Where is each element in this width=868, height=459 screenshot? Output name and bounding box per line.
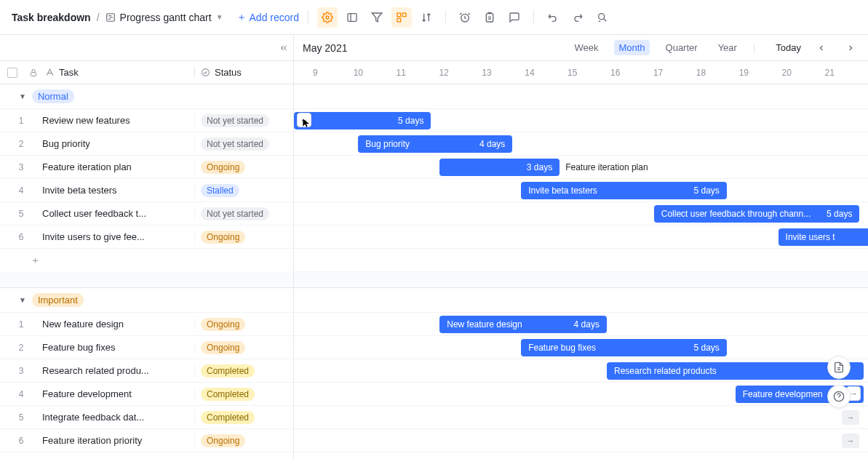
task-cell: Invite beta testers (42, 185, 194, 196)
status-cell: Not yet started (194, 114, 293, 127)
divider (445, 10, 446, 25)
gantt-bar[interactable]: Collect user feedback through chann...5 … (654, 205, 860, 223)
group-header[interactable]: ▼Normal (0, 84, 293, 109)
group-header[interactable]: ▼Important (0, 288, 293, 313)
table-row[interactable]: 6Feature iteration priorityOngoing (0, 429, 293, 452)
collapse-left-panel-button[interactable] (279, 43, 289, 53)
table-row[interactable]: 6Invite users to give fee...Ongoing (0, 225, 293, 249)
table-row[interactable]: 4Invite beta testersStalled (0, 179, 293, 202)
gantt-group-row (294, 84, 868, 109)
day-header: 11 (380, 68, 423, 78)
gantt-bar[interactable]: New feature design4 days (439, 316, 607, 333)
svg-point-13 (599, 13, 605, 19)
task-cell: Feature development (42, 388, 194, 399)
gantt-area: a5 days←Bug priority4 days3 daysFeature … (294, 84, 868, 459)
select-all[interactable] (0, 68, 25, 78)
right-panel: a5 days←Bug priority4 days3 daysFeature … (294, 84, 868, 459)
scale-quarter[interactable]: Quarter (661, 40, 702, 55)
today-button[interactable]: Today (776, 42, 801, 53)
settings-button[interactable] (317, 7, 338, 28)
comment-button[interactable] (504, 7, 525, 28)
add-record-button[interactable]: ＋ Add record (236, 11, 299, 24)
scale-year[interactable]: Year (714, 40, 741, 55)
row-number: 1 (0, 319, 42, 330)
table-row[interactable]: 1New feature designOngoing (0, 313, 293, 336)
table-row[interactable]: 2Bug priorityNot yet started (0, 132, 293, 156)
table-row[interactable]: 4Feature developmentCompleted (0, 383, 293, 406)
lock-icon (25, 68, 42, 77)
doc-float-button[interactable] (827, 356, 851, 379)
sort-button[interactable] (416, 7, 437, 28)
scroll-to-bar-button[interactable]: → (842, 434, 859, 448)
filter-button[interactable] (367, 7, 387, 28)
group-button[interactable] (391, 7, 412, 28)
svg-line-14 (604, 18, 607, 21)
task-column-header[interactable]: Task (42, 67, 194, 78)
table-row[interactable]: 5Integrate feedback dat...Completed (0, 406, 293, 429)
scroll-to-bar-button[interactable]: → (842, 410, 859, 425)
row-number: 2 (0, 343, 42, 353)
gantt-bar[interactable]: Invite beta testers5 days (521, 182, 727, 199)
row-number: 4 (0, 185, 42, 196)
gantt-row: Invite users t→ (294, 225, 868, 249)
day-header: 21 (808, 68, 851, 78)
column-headers: Task Status (0, 60, 293, 84)
status-pill: Completed (201, 411, 255, 424)
undo-button[interactable] (543, 7, 563, 28)
redo-button[interactable] (568, 7, 588, 28)
svg-point-17 (202, 69, 210, 76)
search-button[interactable] (592, 7, 613, 28)
status-column-header[interactable]: Status (194, 67, 293, 78)
divider (308, 10, 308, 25)
gantt-row: New feature design4 days (294, 313, 868, 336)
bar-duration: 5 days (694, 343, 720, 353)
page-title: Task breakdown (12, 12, 91, 23)
bar-external-label: Feature iteration plan (560, 159, 648, 176)
bar-duration: 4 days (479, 139, 505, 149)
chevron-down-icon: ▼ (216, 13, 223, 21)
gantt-bar[interactable]: Feature bug fixes5 days (521, 339, 727, 356)
gantt-bar[interactable]: 3 days (439, 159, 560, 176)
day-header: 12 (423, 68, 466, 78)
gantt-bar[interactable]: a5 days (294, 112, 431, 129)
row-number: 3 (0, 366, 42, 376)
gantt-row: a5 days← (294, 109, 868, 132)
clipboard-button[interactable] (479, 7, 500, 28)
scale-month[interactable]: Month (614, 40, 649, 55)
gantt-row: → (294, 406, 868, 429)
table-row[interactable]: 5Collect user feedback t...Not yet start… (0, 202, 293, 225)
status-pill: Ongoing (201, 434, 245, 447)
day-header: 16 (594, 68, 637, 78)
scale-week[interactable]: Week (570, 40, 602, 55)
bar-resize-handle-left[interactable]: ← (297, 113, 311, 127)
table-row[interactable]: 1Review new featuresNot yet started (0, 109, 293, 132)
scale-tabs: Week Month Quarter Year | Today (570, 40, 859, 55)
gantt-bar[interactable]: Bug priority4 days (358, 135, 512, 153)
help-float-button[interactable] (827, 385, 851, 408)
right-header: May 2021 Week Month Quarter Year | Today… (294, 35, 868, 84)
reminder-button[interactable] (455, 7, 475, 28)
status-cell: Completed (194, 411, 293, 424)
fields-button[interactable] (342, 7, 362, 28)
gantt-bar[interactable]: Invite users t (779, 228, 868, 246)
chevron-down-icon: ▼ (19, 296, 26, 304)
table-row[interactable]: 3Research related produ...Completed (0, 359, 293, 383)
day-header: 14 (508, 68, 551, 78)
table-row[interactable]: 2Feature bug fixesOngoing (0, 336, 293, 359)
day-header: 10 (337, 68, 380, 78)
table-row[interactable]: 3Feature iteration planOngoing (0, 156, 293, 179)
add-row-button[interactable]: ＋ (0, 249, 293, 272)
view-selector[interactable]: Progress gantt chart ▼ (105, 12, 223, 23)
divider (533, 10, 534, 25)
prev-button[interactable] (813, 44, 830, 52)
status-pill: Not yet started (201, 137, 269, 151)
text-icon (45, 68, 55, 77)
bar-duration: 5 days (827, 209, 852, 219)
status-cell: Ongoing (194, 231, 293, 244)
status-cell: Ongoing (194, 341, 293, 354)
svg-rect-10 (397, 18, 401, 22)
bar-label: Collect user feedback through chann... (661, 209, 811, 219)
task-cell: New feature design (42, 319, 194, 330)
next-button[interactable] (842, 44, 859, 52)
gantt-bar[interactable]: Research related products (607, 362, 864, 380)
